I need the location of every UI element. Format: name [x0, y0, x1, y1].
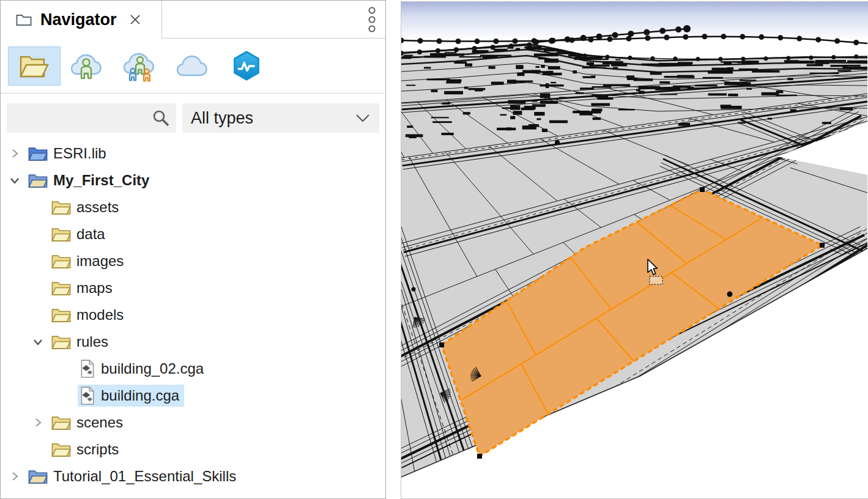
tree-item-tutorial-01-essential-skills[interactable]: Tutorial_01_Essential_Skills — [1, 463, 385, 490]
folder-icon — [51, 253, 71, 269]
tab-navigator[interactable]: Navigator — [1, 1, 162, 39]
3d-viewport[interactable] — [401, 1, 868, 499]
tree-item-data[interactable]: data — [1, 221, 385, 248]
search-input[interactable] — [7, 109, 176, 127]
cga-file-icon — [80, 386, 95, 405]
cloud-icon — [176, 51, 210, 81]
open-project-folder-button[interactable] — [8, 46, 61, 86]
arcgis-online-button[interactable] — [229, 46, 264, 86]
kebab-menu-icon — [369, 7, 374, 31]
navigator-panel: Navigator — [0, 0, 386, 499]
tree-item-my-first-city[interactable]: My_First_City — [1, 167, 385, 194]
cga-file-icon — [80, 360, 95, 378]
tree-item-building-02-cga[interactable]: building_02.cga — [1, 355, 385, 382]
open-folder-icon — [19, 53, 50, 79]
close-icon[interactable] — [128, 13, 142, 26]
type-filter-value: All types — [191, 109, 355, 128]
tree-item-scripts[interactable]: scripts — [1, 436, 385, 463]
folder-icon — [28, 172, 48, 188]
tab-bar: Navigator — [1, 1, 385, 39]
folder-icon — [51, 415, 71, 431]
chevron-down-icon[interactable] — [29, 335, 47, 349]
type-filter-dropdown[interactable]: All types — [182, 103, 379, 133]
folder-icon — [51, 442, 71, 457]
tab-title: Navigator — [40, 10, 117, 29]
view-menu-button[interactable] — [367, 6, 377, 34]
portal-user-button[interactable] — [70, 46, 105, 86]
folder-icon — [51, 199, 71, 215]
chevron-down-icon — [355, 113, 371, 123]
tree-item-maps[interactable]: maps — [1, 275, 385, 301]
cloud-group-icon — [123, 49, 157, 83]
tree-item-models[interactable]: models — [1, 301, 385, 328]
portal-cloud-button[interactable] — [176, 46, 210, 86]
folder-icon — [51, 307, 71, 323]
folder-icon — [51, 334, 71, 350]
cloud-user-icon — [70, 49, 105, 83]
search-icon — [152, 109, 170, 128]
tree-item-building-cga[interactable]: building.cga — [1, 382, 385, 409]
folder-icon — [28, 468, 48, 484]
tree-item-scenes[interactable]: scenes — [1, 409, 385, 436]
folder-icon — [51, 226, 71, 242]
search-box[interactable] — [7, 103, 176, 133]
tree-item-rules[interactable]: rules — [1, 328, 385, 355]
chevron-right-icon[interactable] — [6, 470, 24, 483]
filter-row: All types — [7, 103, 379, 133]
folder-icon — [51, 280, 71, 296]
folder-icon — [28, 146, 48, 161]
navigator-folder-icon — [15, 12, 32, 27]
tree-item-esri-lib[interactable]: ESRI.lib — [1, 140, 385, 167]
tree-item-images[interactable]: images — [1, 248, 385, 275]
chevron-right-icon[interactable] — [29, 416, 47, 429]
arcgis-online-icon — [231, 50, 262, 83]
file-tree: ESRI.lib My_First_City assets — [1, 140, 385, 490]
tree-item-assets[interactable]: assets — [1, 194, 385, 221]
chevron-down-icon[interactable] — [6, 174, 24, 187]
navigator-toolbar — [1, 39, 385, 94]
tab-bar-rest — [162, 1, 385, 39]
chevron-right-icon[interactable] — [6, 147, 24, 160]
portal-groups-button[interactable] — [123, 46, 157, 86]
